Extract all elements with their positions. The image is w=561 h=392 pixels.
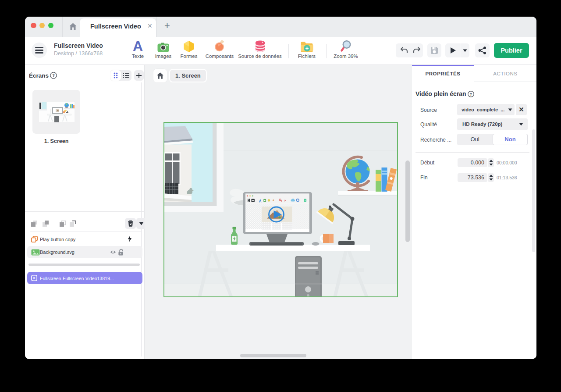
svg-text:?: ? [52, 73, 55, 78]
svg-text:?: ? [470, 92, 472, 96]
